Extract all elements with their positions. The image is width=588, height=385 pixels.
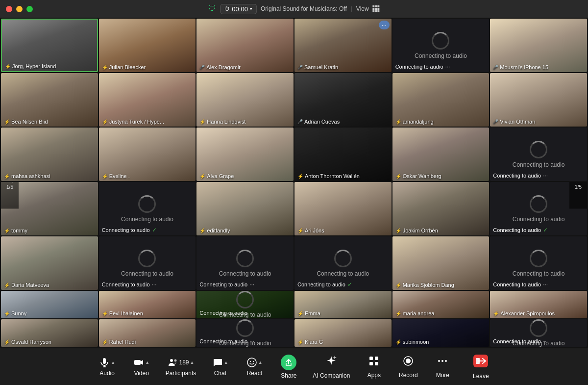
audio-icon: ▲ xyxy=(99,357,115,368)
participant-tile[interactable]: ⚡ Joakim Orrbén xyxy=(392,182,490,235)
connecting-badge: Connecting to audio ··· xyxy=(102,281,157,288)
participant-tile[interactable]: 🎤 Samuel Kratin ··· xyxy=(294,19,392,72)
mic-off-icon: ⚡ xyxy=(5,64,11,69)
participant-tile[interactable]: ⚡ Hanna Lindqvist xyxy=(196,73,294,127)
dots-icon: ··· xyxy=(543,338,548,345)
participant-tile[interactable]: Connecting to audio Connecting to audio … xyxy=(99,236,196,290)
participant-tile[interactable]: ⚡ Oskar Wahlberg xyxy=(392,128,490,181)
connecting-label: Connecting to audio xyxy=(317,270,369,277)
mic-off-icon: ⚡ xyxy=(199,228,205,233)
participant-tile[interactable]: Connecting to audio Connecting to audio … xyxy=(294,236,392,290)
participant-tile[interactable]: ⚡ Jörg, Hyper Island xyxy=(1,19,98,72)
participant-tile[interactable]: ⚡ Daria Matveeva xyxy=(1,236,98,290)
ai-companion-button[interactable]: AI Companion xyxy=(306,351,357,383)
close-button[interactable] xyxy=(6,6,12,12)
participant-tile[interactable]: 🎤 Vivian Othman xyxy=(490,73,587,127)
participant-tile[interactable]: ⚡ Bea Nilsen Blid xyxy=(1,73,98,127)
participant-tile[interactable]: ⚡ Marika Sjöblom Dang xyxy=(392,236,490,290)
participant-tile[interactable]: ⚡ Alexander Spiropoulos xyxy=(490,291,587,318)
mic-off-icon: ⚡ xyxy=(395,311,401,316)
participant-tile[interactable]: ⚡ Justyna Turek / Hype... xyxy=(99,73,196,127)
svg-point-7 xyxy=(250,360,251,361)
participant-tile[interactable]: ⚡ Rahel Hudi xyxy=(99,319,196,347)
participant-tile[interactable]: Connecting to audio Connecting to audio … xyxy=(196,291,294,318)
participant-tile[interactable]: Connecting to audio Connecting to audio … xyxy=(196,236,294,290)
participant-tile[interactable]: ⚡ mahsa ashkhasi xyxy=(1,128,98,181)
connecting-spinner xyxy=(236,250,254,267)
prev-page-button[interactable]: ◀ 1/5 xyxy=(1,182,19,209)
traffic-lights xyxy=(6,6,33,12)
participant-tile[interactable]: ⚡ amandaljung xyxy=(392,73,490,127)
participant-tile[interactable]: 🎤 Adrian Cuevas xyxy=(294,73,392,127)
caret-down-icon: ▾ xyxy=(250,6,252,11)
mic-on-icon: 🎤 xyxy=(493,65,498,70)
participant-tile[interactable]: ⚡ editfandly xyxy=(196,182,294,235)
participant-name: ⚡ Alexander Spiropoulos xyxy=(493,310,555,316)
participant-tile[interactable]: ⚡ tommy ◀ 1/5 xyxy=(1,182,98,235)
dots-icon: ··· xyxy=(152,281,157,288)
mic-off-icon: ⚡ xyxy=(4,311,10,316)
ai-companion-label: AI Companion xyxy=(313,372,350,379)
participant-tile[interactable]: Connecting to audio Connecting to audio … xyxy=(392,19,490,72)
next-page-button[interactable]: ▶ 1/5 xyxy=(569,182,587,209)
record-button[interactable]: Record xyxy=(391,351,425,383)
participant-tile[interactable]: Connecting to audio Connecting to audio … xyxy=(490,128,587,181)
participant-tile[interactable]: ⚡ Osvald Harryson xyxy=(1,319,98,347)
svg-point-17 xyxy=(445,360,447,362)
participant-tile[interactable]: Connecting to audio Connecting to audio … xyxy=(490,182,587,235)
participant-tile[interactable]: 🎤 Mousmi's iPhone 15 xyxy=(490,19,587,72)
participant-tile[interactable]: ⚡ Eevi Ihalainen xyxy=(99,291,196,318)
participant-name: ⚡ Klara G xyxy=(297,339,323,345)
mic-off-icon: ⚡ xyxy=(395,228,401,233)
participant-tile[interactable]: ⚡ maria andrea xyxy=(392,291,490,318)
participant-tile[interactable]: ⚡ Sunny xyxy=(1,291,98,318)
svg-point-14 xyxy=(406,359,411,363)
participant-tile[interactable]: ⚡ subinmoon xyxy=(392,319,490,347)
more-button[interactable]: More xyxy=(425,351,460,383)
participant-name: ⚡ Eevi Ihalainen xyxy=(102,310,143,316)
connecting-label: Connecting to audio xyxy=(415,52,467,59)
participant-tile[interactable]: ⚡ Julian Bleecker xyxy=(99,19,196,72)
participant-tile[interactable]: 🎤 Alex Dragomir xyxy=(196,19,294,72)
participant-name: ⚡ tommy xyxy=(4,228,27,233)
record-icon xyxy=(402,355,414,370)
participant-tile[interactable]: Connecting to audio Connecting to audio … xyxy=(99,182,196,235)
share-button[interactable]: Share xyxy=(271,351,306,383)
view-button[interactable]: View xyxy=(356,5,380,12)
connecting-spinner xyxy=(236,319,254,337)
ai-companion-icon xyxy=(325,355,338,370)
participant-tile[interactable]: ⚡ Klara G xyxy=(294,319,392,347)
leave-button[interactable]: Leave xyxy=(464,350,498,384)
participant-tile[interactable]: Connecting to audio Connecting to audio … xyxy=(196,319,294,347)
minimize-button[interactable] xyxy=(16,6,23,12)
audio-button[interactable]: ▲ Audio xyxy=(90,353,124,381)
participant-name: ⚡ Alva Grape xyxy=(199,173,234,179)
participants-button[interactable]: 189 ▲ Participants xyxy=(159,353,203,381)
video-button[interactable]: ▲ Video xyxy=(124,353,159,381)
participant-name: ⚡ Julian Bleecker xyxy=(102,64,146,70)
participant-name: 🎤 Mousmi's iPhone 15 xyxy=(493,64,548,70)
audio-label: Audio xyxy=(99,370,115,377)
svg-rect-9 xyxy=(369,357,373,360)
participant-tile[interactable]: ⚡ Ari Jóns xyxy=(294,182,392,235)
participant-tile[interactable]: Connecting to audio Connecting to audio … xyxy=(490,236,587,290)
leave-label: Leave xyxy=(473,373,489,380)
apps-button[interactable]: Apps xyxy=(357,351,391,383)
fullscreen-button[interactable] xyxy=(26,6,33,12)
timer-badge[interactable]: ⏱ 00:00 ▾ xyxy=(220,4,257,14)
participant-tile[interactable]: ⚡ Anton Thornton Wallén xyxy=(294,128,392,181)
participant-tile[interactable]: ⚡ Eveline . xyxy=(99,128,196,181)
mic-off-icon: ⚡ xyxy=(395,174,401,179)
participant-tile[interactable]: ⚡ Emma xyxy=(294,291,392,318)
participant-name: ⚡ amandaljung xyxy=(395,119,434,125)
svg-point-16 xyxy=(441,360,443,362)
svg-rect-11 xyxy=(369,362,373,365)
connecting-spinner xyxy=(530,319,547,337)
options-button[interactable]: ··· xyxy=(379,21,390,29)
participant-name: ⚡ Bea Nilsen Blid xyxy=(4,119,48,125)
chat-button[interactable]: ▲ Chat xyxy=(203,353,237,381)
participant-tile[interactable]: ⚡ Alva Grape xyxy=(196,128,294,181)
check-icon: ✓ xyxy=(152,227,157,233)
react-button[interactable]: ▲ React xyxy=(237,353,271,381)
participant-tile[interactable]: Connecting to audio Connecting to audio … xyxy=(490,319,587,347)
